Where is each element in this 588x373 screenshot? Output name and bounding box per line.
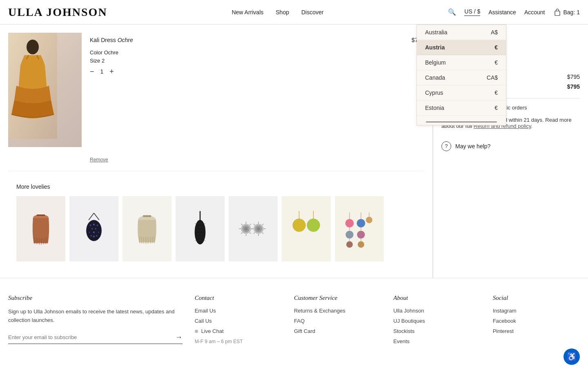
item-name: Kali Dress Ochre	[90, 37, 403, 43]
subscribe-title: Subscribe	[8, 295, 183, 302]
quantity-increase[interactable]: +	[109, 68, 114, 75]
help-label: May we help?	[455, 143, 490, 150]
currency-option-belgium[interactable]: Belgium€	[417, 55, 506, 70]
currency-option-canada[interactable]: CanadaCA$	[417, 70, 506, 85]
cart-section: Kali Dress Ochre Color Ochre Size 2 − 1 …	[0, 25, 433, 278]
currency-option-australia[interactable]: AustraliaA$	[417, 25, 506, 40]
quantity-control: − 1 +	[90, 68, 403, 75]
contact-hours: M-F 9 am – 6 pm EST	[195, 338, 282, 344]
currency-option-finland[interactable]: Finland€	[417, 116, 506, 119]
product-card-3[interactable]	[122, 196, 172, 261]
svg-point-78	[345, 219, 354, 228]
svg-point-20	[93, 224, 95, 226]
customer-service-title: Customer Service	[294, 295, 381, 302]
social-instagram[interactable]: Instagram	[493, 308, 580, 314]
about-title: About	[393, 295, 480, 302]
remove-button[interactable]: Remove	[90, 157, 108, 163]
svg-point-90	[366, 217, 372, 223]
about-ulla[interactable]: Ulla Johnson	[393, 308, 480, 314]
help-section[interactable]: ? May we help?	[441, 141, 580, 151]
currency-option-austria[interactable]: Austria€	[417, 40, 506, 55]
social-facebook[interactable]: Facebook	[493, 318, 580, 324]
item-color: Color Ochre	[90, 49, 403, 56]
assistance-link[interactable]: Assistance	[488, 9, 516, 16]
search-icon[interactable]: 🔍	[448, 8, 456, 16]
nav-discover[interactable]: Discover	[301, 9, 323, 16]
about-events[interactable]: Events	[393, 338, 480, 344]
total-value: $795	[567, 83, 580, 90]
svg-point-24	[93, 231, 95, 233]
subscribe-description: Sign up to Ulla Johnson emails to receiv…	[8, 308, 183, 325]
bag-button[interactable]: Bag: 1	[553, 8, 580, 16]
accessibility-icon: ♿	[567, 352, 577, 362]
product-image-3	[133, 210, 161, 247]
cs-faq[interactable]: FAQ	[294, 318, 381, 324]
svg-point-82	[346, 241, 353, 248]
cart-item: Kali Dress Ochre Color Ochre Size 2 − 1 …	[8, 33, 424, 171]
svg-point-23	[95, 228, 96, 229]
live-chat-label: Live Chat	[201, 328, 224, 334]
footer-contact: Contact Email Us Call Us Live Chat M-F 9…	[195, 295, 282, 348]
currency-option-cyprus[interactable]: Cyprus€	[417, 85, 506, 101]
main-nav: New Arrivals Shop Discover	[232, 9, 323, 16]
product-image-7	[343, 208, 376, 249]
cs-gift-card[interactable]: Gift Card	[294, 328, 381, 334]
cart-item-details: Kali Dress Ochre Color Ochre Size 2 − 1 …	[90, 33, 403, 163]
nav-new-arrivals[interactable]: New Arrivals	[232, 9, 263, 16]
svg-rect-6	[37, 214, 45, 216]
nav-shop[interactable]: Shop	[276, 9, 289, 16]
product-grid	[16, 196, 416, 261]
product-card-7[interactable]	[335, 196, 384, 261]
account-link[interactable]: Account	[524, 9, 545, 16]
svg-point-51	[244, 227, 248, 231]
product-card-2[interactable]	[69, 196, 118, 261]
product-card-4[interactable]	[176, 196, 225, 261]
subscribe-arrow[interactable]: →	[175, 333, 183, 342]
about-stockists[interactable]: Stockists	[393, 328, 480, 334]
dress-image	[8, 33, 57, 139]
about-links: Ulla Johnson UJ Boutiques Stockists Even…	[393, 308, 480, 344]
product-card-6[interactable]	[282, 196, 331, 261]
svg-point-17	[86, 220, 102, 241]
footer-social: Social Instagram Facebook Pinterest	[493, 295, 580, 348]
currency-option-estonia[interactable]: Estonia€	[417, 101, 506, 116]
svg-point-86	[357, 231, 365, 239]
svg-point-21	[96, 224, 98, 226]
svg-line-16	[94, 213, 99, 220]
svg-point-2	[27, 40, 39, 54]
svg-line-64	[262, 224, 264, 226]
currency-dropdown: AustraliaA$Austria€Belgium€CanadaCA$Cypr…	[416, 25, 506, 125]
subscribe-form: →	[8, 333, 183, 344]
svg-line-70	[254, 224, 255, 226]
contact-email[interactable]: Email Us	[195, 308, 282, 314]
svg-point-22	[91, 228, 93, 229]
contact-title: Contact	[195, 295, 282, 302]
subscribe-input[interactable]	[8, 334, 175, 340]
logo[interactable]: ULLA JOHNSON	[8, 6, 107, 19]
contact-call[interactable]: Call Us	[195, 318, 282, 324]
quantity-decrease[interactable]: −	[90, 68, 94, 75]
contact-chat[interactable]: Live Chat	[195, 328, 282, 334]
footer-subscribe: Subscribe Sign up to Ulla Johnson emails…	[8, 295, 183, 348]
item-size: Size 2	[90, 58, 403, 64]
currency-selector[interactable]: US / $	[464, 8, 480, 16]
svg-line-53	[249, 224, 251, 226]
social-pinterest[interactable]: Pinterest	[493, 328, 580, 334]
svg-line-57	[241, 232, 243, 234]
product-card-1[interactable]	[16, 196, 65, 261]
cs-returns[interactable]: Returns & Exchanges	[294, 308, 381, 314]
chat-status-dot	[195, 330, 198, 333]
accessibility-button[interactable]: ♿	[564, 348, 580, 365]
header-right: 🔍 US / $ Assistance Account Bag: 1	[448, 8, 580, 16]
svg-point-26	[98, 232, 99, 233]
svg-rect-31	[143, 215, 151, 217]
product-image-5	[239, 214, 267, 243]
header: ULLA JOHNSON New Arrivals Shop Discover …	[0, 0, 588, 25]
contact-links: Email Us Call Us Live Chat M-F 9 am – 6 …	[195, 308, 282, 344]
footer-customer-service: Customer Service Returns & Exchanges FAQ…	[294, 295, 381, 348]
currency-dropdown-scroll[interactable]: AustraliaA$Austria€Belgium€CanadaCA$Cypr…	[417, 25, 506, 119]
quantity-value: 1	[100, 68, 104, 75]
product-card-5[interactable]	[229, 196, 278, 261]
about-boutiques[interactable]: UJ Boutiques	[393, 318, 480, 324]
more-lovelies-section: More lovelies	[8, 171, 424, 270]
